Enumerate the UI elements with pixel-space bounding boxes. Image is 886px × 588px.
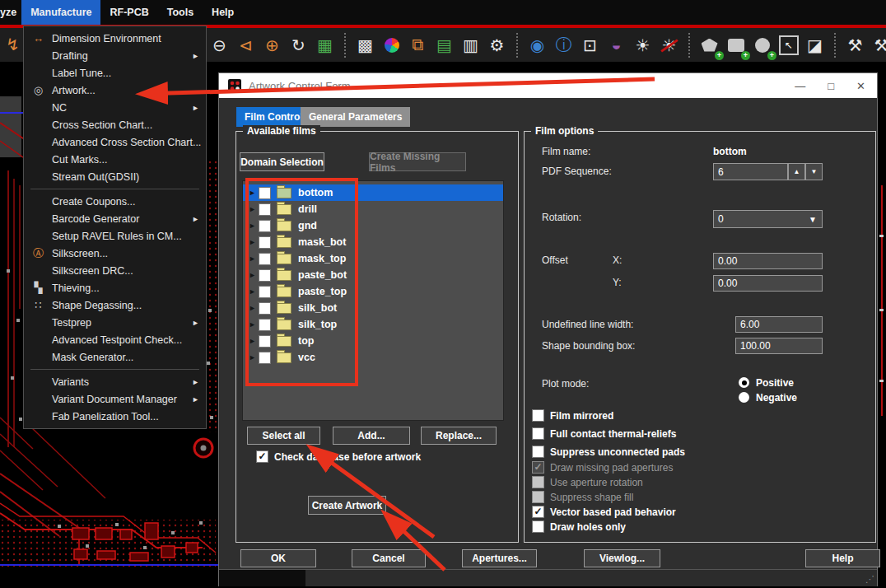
drill-legend-icon[interactable]: ⚒ (844, 34, 866, 57)
menu-item-stream-out-gdsii[interactable]: Stream Out(GDSII) (24, 168, 206, 185)
film-mirrored-checkbox[interactable] (532, 409, 544, 422)
replace-button[interactable]: Replace... (421, 427, 497, 445)
undefined-line-width-input[interactable] (735, 316, 823, 333)
menu-item-artwork[interactable]: ◎Artwork... (24, 82, 206, 99)
film-checkbox[interactable] (259, 286, 271, 298)
menu-item-cut-marks[interactable]: Cut Marks... (24, 151, 206, 168)
menu-item-testprep[interactable]: Testprep► (24, 314, 206, 331)
film-row-top[interactable]: ►top (243, 333, 503, 349)
route-icon[interactable]: ↯ (2, 33, 24, 56)
menu-tools[interactable]: Tools (158, 0, 203, 25)
film-checkbox[interactable] (259, 220, 271, 232)
rotation-dropdown[interactable]: 0 ▼ (713, 210, 823, 228)
expand-arrow-icon[interactable]: ► (249, 254, 259, 263)
menu-item-thieving[interactable]: ▚Thieving... (24, 279, 206, 296)
film-row-silk-bot[interactable]: ►silk_bot (243, 300, 503, 316)
minimize-button[interactable]: — (795, 80, 805, 92)
film-list[interactable]: ►bottom ►drill ►gnd ►mask_bot ►mask_top … (242, 180, 504, 421)
zoom-previous-icon[interactable]: ⊲ (235, 34, 257, 57)
shape-bounding-box-input[interactable] (735, 338, 823, 354)
apertures-button[interactable]: Apertures... (462, 549, 537, 567)
add-polygon-icon[interactable]: + (698, 34, 720, 57)
close-button[interactable]: ✕ (856, 80, 865, 92)
dialog-titlebar[interactable]: Artwork Control Form — □ ✕ (219, 73, 877, 98)
film-row-gnd[interactable]: ►gnd (243, 217, 503, 234)
shadow-on-icon[interactable]: ☀ (632, 34, 654, 57)
menu-item-dimension-environment[interactable]: ↔Dimension Environment (24, 30, 206, 47)
film-row-mask-top[interactable]: ►mask_top (243, 250, 503, 267)
plot-positive-radio[interactable] (739, 377, 749, 388)
film-row-bottom[interactable]: ►bottom (243, 184, 503, 201)
film-row-paste-bot[interactable]: ►paste_bot (243, 267, 503, 283)
menu-item-advanced-cross-section-chart[interactable]: Advanced Cross Section Chart... (24, 133, 206, 151)
select-all-button[interactable]: Select all (247, 427, 320, 445)
menu-item-mask-generator[interactable]: Mask Generator... (24, 348, 206, 366)
menu-item-label-tune[interactable]: Label Tune... (24, 64, 206, 82)
expand-arrow-icon[interactable]: ► (249, 337, 259, 345)
menu-item-fab-panelization-tool[interactable]: Fab Panelization Tool... (24, 408, 206, 425)
pdf-sequence-input[interactable] (713, 163, 788, 180)
pdf-sequence-down-button[interactable] (805, 163, 823, 180)
film-row-mask-bot[interactable]: ►mask_bot (243, 234, 503, 250)
color-wheel-icon[interactable] (380, 34, 403, 57)
film-row-paste-top[interactable]: ►paste_top (243, 283, 503, 300)
pdf-sequence-up-button[interactable] (788, 163, 805, 180)
expand-arrow-icon[interactable]: ► (249, 304, 259, 312)
layer-visibility-icon[interactable]: ⧉ (407, 34, 429, 57)
menu-item-shape-degassing[interactable]: ∷Shape Degassing... (24, 296, 206, 314)
suppress-unconnected-pads-checkbox[interactable] (532, 446, 544, 458)
grid-toggle-icon[interactable]: ▩ (354, 34, 376, 57)
menu-item-cross-section-chart[interactable]: Cross Section Chart... (24, 116, 206, 133)
create-missing-films-button[interactable]: Create Missing Films (369, 152, 466, 171)
expand-arrow-icon[interactable]: ► (249, 189, 259, 197)
menu-item-create-coupons[interactable]: Create Coupons... (24, 193, 206, 210)
film-checkbox[interactable] (259, 319, 271, 331)
tab-general-parameters[interactable]: General Parameters (301, 107, 410, 127)
menu-help[interactable]: Help (203, 0, 243, 25)
menu-item-variants[interactable]: Variants► (24, 373, 206, 390)
expand-arrow-icon[interactable]: ► (249, 287, 259, 296)
expand-arrow-icon[interactable]: ► (249, 271, 259, 279)
menu-item-drafting[interactable]: Drafting► (24, 47, 206, 64)
expand-arrow-icon[interactable]: ► (249, 353, 259, 362)
add-button[interactable]: Add... (333, 427, 410, 445)
plot-negative-radio[interactable] (739, 392, 749, 403)
film-row-silk-top[interactable]: ►silk_top (243, 316, 503, 333)
film-row-vcc[interactable]: ►vcc (243, 349, 503, 366)
vector-based-pad-behavior-checkbox[interactable] (532, 506, 544, 518)
menu-item-silkscreen[interactable]: ⒶSilkscreen... (24, 245, 206, 262)
film-checkbox[interactable] (259, 187, 271, 199)
maximize-button[interactable]: □ (828, 80, 834, 92)
expand-arrow-icon[interactable]: ► (249, 320, 259, 329)
menu-rf-pcb[interactable]: RF-PCB (100, 0, 157, 25)
measure-3d-icon[interactable]: ⊡ (579, 34, 601, 57)
drill-customize-icon[interactable]: ⚒ (870, 34, 886, 57)
film-checkbox[interactable] (259, 253, 271, 265)
expand-arrow-icon[interactable]: ► (249, 205, 259, 213)
resize-grip[interactable]: ⋰ (865, 574, 874, 585)
redraw-icon[interactable]: ↻ (287, 34, 310, 57)
add-circle-icon[interactable]: + (751, 34, 773, 57)
offset-x-input[interactable] (713, 253, 823, 269)
film-checkbox[interactable] (259, 203, 271, 216)
parameters-icon[interactable]: ⚙ (486, 34, 508, 57)
menu-item-advanced-testpoint-check[interactable]: Advanced Testpoint Check... (24, 331, 206, 348)
menu-item-nc[interactable]: NC► (24, 99, 206, 116)
menu-item-variant-document-manager[interactable]: Variant Document Manager► (24, 390, 206, 408)
domain-selection-button[interactable]: Domain Selection (240, 152, 324, 171)
viewlog-button[interactable]: Viewlog... (584, 549, 660, 567)
add-rect-icon[interactable]: + (725, 34, 747, 57)
select-box-icon[interactable]: ↖ (777, 34, 800, 57)
menu-manufacture[interactable]: Manufacture (21, 0, 100, 25)
film-checkbox[interactable] (259, 335, 271, 348)
film-row-drill[interactable]: ►drill (243, 201, 503, 217)
help-button[interactable]: Help (805, 549, 880, 567)
draw-holes-only-checkbox[interactable] (532, 520, 544, 533)
shadow-off-icon[interactable]: ☀ (658, 34, 680, 57)
expand-arrow-icon[interactable]: ► (249, 222, 259, 230)
menu-item-barcode-generator[interactable]: Barcode Generator► (24, 210, 206, 227)
cross-section-icon[interactable]: ▤ (433, 34, 455, 57)
eye-visibility-icon[interactable]: ◉ (526, 34, 548, 57)
zoom-fit-icon[interactable]: ⊕ (261, 34, 283, 57)
menu-analyze-partial[interactable]: yze (0, 0, 21, 25)
